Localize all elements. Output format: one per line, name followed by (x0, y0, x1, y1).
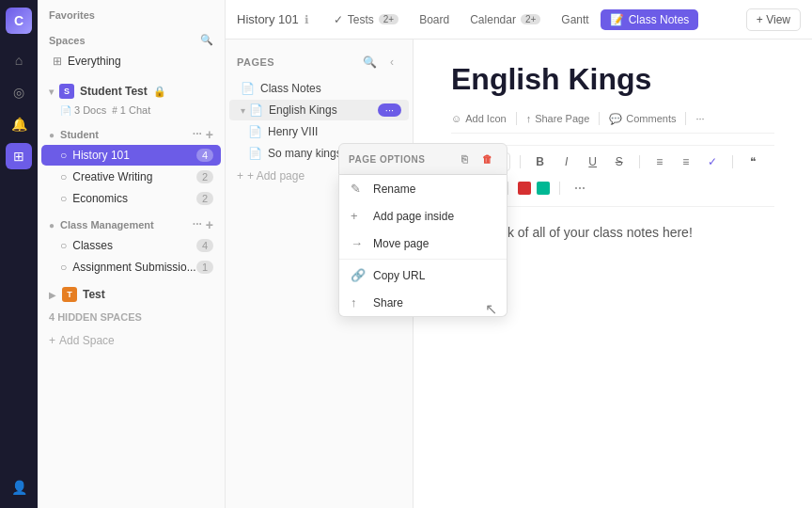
workspace-label[interactable]: ▾ S Student Test 🔒 (38, 76, 225, 103)
icon-bar: C ⌂ ◎ 🔔 ⊞ 👤 (0, 0, 38, 508)
toolbar-sep-3 (685, 112, 686, 125)
move-page-icon: → (351, 236, 366, 250)
editor-toolbar-top: ☺ Add Icon ↑ Share Page 💬 Comments ··· (451, 112, 774, 134)
sidebar-item-creative-writing[interactable]: ○ Creative Writing 2 (41, 167, 221, 187)
pages-title: PAGES (237, 56, 274, 68)
grid-icon[interactable]: ⊞ (6, 143, 32, 169)
ctx-divider (339, 259, 507, 260)
ctx-item-share[interactable]: ↑ Share ↖ (339, 289, 507, 316)
tab-gantt[interactable]: Gantt (552, 9, 598, 30)
underline-button[interactable]: U (583, 151, 603, 172)
sidebar-search-icon[interactable]: 🔍 (200, 34, 213, 46)
formatting-sep-3 (732, 155, 733, 168)
english-kings-collapse-icon: ▾ (241, 105, 245, 116)
user-icon[interactable]: 👤 (6, 474, 32, 500)
context-menu-header-actions: ⎘ 🗑 (456, 150, 497, 168)
page-item-class-notes[interactable]: 📄 Class Notes (229, 78, 409, 99)
add-view-button[interactable]: + View (746, 8, 801, 31)
ordered-list-button[interactable]: ≡ (676, 151, 696, 172)
sidebar-item-assignment-submissions[interactable]: ○ Assignment Submissio... 1 (41, 257, 221, 278)
tests-check-icon: ✓ (334, 13, 343, 26)
ctx-item-copy-url[interactable]: 🔗 Copy URL (339, 262, 507, 289)
rename-icon: ✎ (351, 182, 366, 196)
student-group-add-icon[interactable]: + (206, 127, 213, 142)
context-menu-copy-icon[interactable]: ⎘ (456, 150, 475, 168)
nav-tabs: ✓ Tests 2+ Board Calendar 2+ Gantt 📝 Cla… (324, 9, 699, 30)
chat-count: # 1 Chat (112, 104, 150, 116)
color-swatch-red[interactable] (518, 182, 531, 195)
app-logo[interactable]: C (6, 8, 32, 34)
sidebar-item-history[interactable]: ○ History 101 4 (41, 145, 221, 166)
toolbar-sep-2 (599, 112, 600, 125)
group-collapse-icon: ● (49, 130, 55, 140)
share-page-button[interactable]: ↑ Share Page (526, 113, 590, 124)
checklist-button[interactable]: ✓ (702, 151, 723, 172)
more-options-button[interactable]: ··· (695, 113, 704, 124)
bold-button[interactable]: B (530, 151, 551, 172)
class-mgmt-more-icon[interactable]: ··· (193, 217, 202, 232)
pages-actions: 🔍 ‹ (360, 53, 401, 71)
more-format-options[interactable]: ⋯ (570, 178, 590, 198)
sidebar-item-everything[interactable]: ⊞ Everything (41, 51, 221, 71)
add-page-inside-icon: + (351, 209, 366, 223)
ctx-item-rename[interactable]: ✎ Rename (339, 175, 507, 202)
pages-search-icon[interactable]: 🔍 (360, 53, 379, 71)
workspace-collapse-icon: ▾ (49, 87, 54, 97)
favorites-header: Favorites (38, 0, 225, 24)
context-menu-delete-icon[interactable]: 🗑 (478, 150, 497, 168)
pages-collapse-icon[interactable]: ‹ (383, 53, 401, 71)
creative-writing-icon: ○ (60, 170, 67, 183)
page-options-button[interactable]: ··· (378, 103, 401, 117)
workspace-sub-info: 📄 3 Docs # 1 Chat (38, 103, 225, 119)
strikethrough-button[interactable]: S (609, 151, 630, 172)
henry-viii-page-icon: 📄 (248, 125, 262, 138)
workspace-icon: S (59, 84, 74, 99)
comments-icon: 💬 (609, 113, 622, 125)
page-item-english-kings[interactable]: ▾ 📄 English Kings ··· (229, 100, 409, 120)
class-mgmt-collapse-icon: ● (49, 220, 55, 230)
breadcrumb-info-icon[interactable]: ℹ (304, 13, 309, 26)
ctx-item-add-page-inside[interactable]: + Add page inside (339, 202, 507, 230)
student-group-more-icon[interactable]: ··· (193, 127, 202, 142)
home-icon[interactable]: ⌂ (6, 47, 32, 73)
test-group-icon: T (62, 287, 77, 302)
top-bar: History 101 ℹ ✓ Tests 2+ Board Calendar … (226, 0, 812, 40)
tab-tests[interactable]: ✓ Tests 2+ (324, 9, 408, 30)
content-area: PAGES 🔍 ‹ 📄 Class Notes ▾ 📄 English King… (226, 40, 812, 508)
add-page-plus-icon: + (237, 169, 243, 183)
sidebar-item-economics[interactable]: ○ Economics 2 (41, 188, 221, 209)
copy-url-icon: 🔗 (351, 268, 366, 282)
class-mgmt-add-icon[interactable]: + (206, 217, 213, 232)
class-notes-page-icon: 📄 (241, 82, 255, 95)
class-management-group-header[interactable]: ● Class Management ··· + (38, 210, 225, 234)
assignment-icon: ○ (60, 261, 67, 274)
add-space-button[interactable]: + Add Space (38, 328, 225, 353)
color-swatch-green[interactable] (537, 182, 550, 195)
pages-header: PAGES 🔍 ‹ (226, 47, 413, 77)
add-space-plus-icon: + (49, 334, 55, 347)
test-group-header[interactable]: ▶ T Test (38, 283, 225, 306)
add-icon-button[interactable]: ☺ Add Icon (451, 113, 507, 124)
unordered-list-button[interactable]: ≡ (649, 151, 670, 172)
comments-button[interactable]: 💬 Comments (609, 113, 676, 125)
quote-button[interactable]: ❝ (742, 151, 763, 172)
page-item-henry-viii[interactable]: 📄 Henry VIII (229, 121, 409, 142)
tab-calendar[interactable]: Calendar 2+ (461, 9, 550, 30)
tab-class-notes[interactable]: 📝 Class Notes (601, 9, 699, 30)
everything-icon: ⊞ (53, 55, 62, 68)
add-icon-plus: ☺ (451, 113, 461, 124)
sidebar-item-classes[interactable]: ○ Classes 4 (41, 235, 221, 256)
spaces-header: Spaces 🔍 (38, 24, 225, 50)
history-icon: ○ (60, 149, 67, 162)
main-area: History 101 ℹ ✓ Tests 2+ Board Calendar … (226, 0, 812, 508)
tab-board[interactable]: Board (410, 9, 459, 30)
student-group-header[interactable]: ● Student ··· + (38, 119, 225, 144)
breadcrumb-text: History 101 (237, 12, 299, 26)
search-icon[interactable]: ◎ (6, 79, 32, 105)
editor-title: English Kings (451, 62, 774, 97)
economics-icon: ○ (60, 192, 67, 205)
bell-icon[interactable]: 🔔 (6, 111, 32, 137)
italic-button[interactable]: I (556, 151, 577, 172)
tests-badge: 2+ (379, 14, 398, 24)
ctx-item-move-page[interactable]: → Move page (339, 230, 507, 257)
